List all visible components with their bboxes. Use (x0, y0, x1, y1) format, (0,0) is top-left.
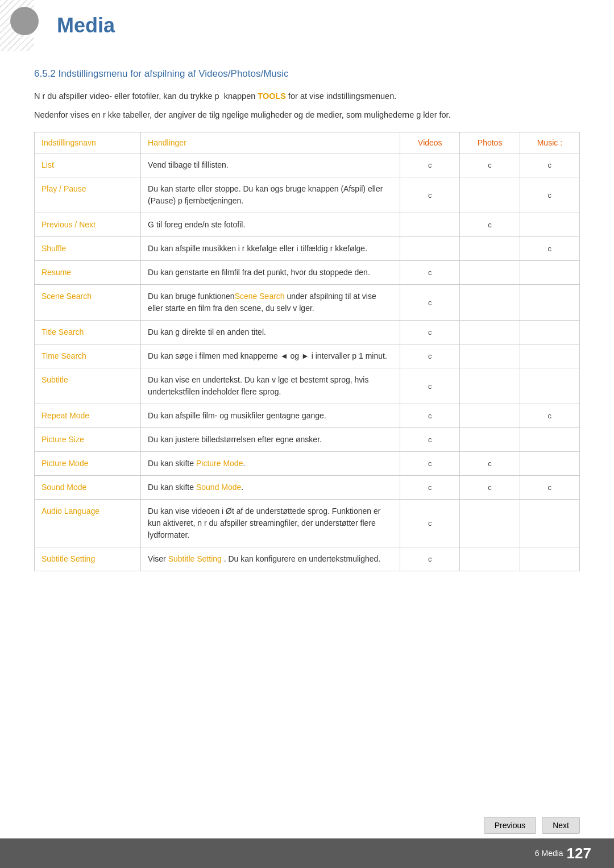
row-name: Subtitle (35, 368, 141, 404)
row-music: c (520, 237, 579, 261)
row-music (520, 261, 579, 285)
row-action: Du kan skifte Picture Mode. (141, 452, 400, 476)
table-row: Previous / NextG til foreg ende/n ste fo… (35, 213, 580, 237)
row-videos: c (400, 500, 460, 547)
row-music (520, 213, 579, 237)
table-row: Time SearchDu kan søge i filmen med knap… (35, 344, 580, 368)
header-action: Handlinger (141, 132, 400, 153)
header-music: Music : (520, 132, 579, 153)
row-videos: c (400, 404, 460, 428)
table-row: Audio LanguageDu kan vise videoen i Øt a… (35, 500, 580, 547)
table-row: ResumeDu kan genstarte en filmfil fra de… (35, 261, 580, 285)
footer-page-number: 127 (567, 845, 591, 862)
row-music: c (520, 177, 579, 213)
row-name: Time Search (35, 344, 141, 368)
row-photos: c (460, 153, 520, 177)
row-music: c (520, 476, 579, 500)
row-videos: c (400, 452, 460, 476)
row-action: Viser Subtitle Setting . Du kan konfigur… (141, 547, 400, 571)
row-music (520, 428, 579, 452)
table-row: ShuffleDu kan afspille musikken i r kkef… (35, 237, 580, 261)
row-name: List (35, 153, 141, 177)
row-name: Repeat Mode (35, 404, 141, 428)
table-row: Title SearchDu kan g direkte til en ande… (35, 321, 580, 344)
row-videos: c (400, 153, 460, 177)
row-name: Previous / Next (35, 213, 141, 237)
row-videos: c (400, 261, 460, 285)
table-row: Subtitle SettingViser Subtitle Setting .… (35, 547, 580, 571)
row-photos: c (460, 452, 520, 476)
row-action: Vend tilbage til fillisten. (141, 153, 400, 177)
table-row: Picture ModeDu kan skifte Picture Mode.c… (35, 452, 580, 476)
table-row: Picture SizeDu kan justere billedstørrel… (35, 428, 580, 452)
row-photos (460, 177, 520, 213)
row-action: Du kan søge i filmen med knapperne ◄ og … (141, 344, 400, 368)
row-action: G til foreg ende/n ste fotofil. (141, 213, 400, 237)
banner-circle (10, 7, 39, 35)
table-row: Scene SearchDu kan bruge funktionenScene… (35, 285, 580, 321)
row-photos (460, 285, 520, 321)
row-action: Du kan vise en undertekst. Du kan v lge … (141, 368, 400, 404)
row-music (520, 285, 579, 321)
row-photos: c (460, 476, 520, 500)
header-name: Indstillingsnavn (35, 132, 141, 153)
intro-paragraph-2: Nedenfor vises en r kke tabeller, der an… (34, 109, 580, 122)
header-photos: Photos (460, 132, 520, 153)
row-music: c (520, 404, 579, 428)
row-name: Sound Mode (35, 476, 141, 500)
row-photos (460, 547, 520, 571)
previous-button[interactable]: Previous (484, 817, 536, 834)
row-action: Du kan vise videoen i Øt af de understøt… (141, 500, 400, 547)
top-banner: Media (0, 0, 614, 51)
row-name: Subtitle Setting (35, 547, 141, 571)
row-videos: c (400, 285, 460, 321)
row-videos: c (400, 476, 460, 500)
row-photos (460, 344, 520, 368)
footer-section-label: 6 Media (535, 849, 563, 858)
table-row: SubtitleDu kan vise en undertekst. Du ka… (35, 368, 580, 404)
row-action: Du kan starte eller stoppe. Du kan ogs b… (141, 177, 400, 213)
row-action: Du kan skifte Sound Mode. (141, 476, 400, 500)
main-content: 6.5.2 Indstillingsmenu for afspilning af… (0, 51, 614, 617)
intro-paragraph-1: N r du afspiller video- eller fotofiler,… (34, 90, 580, 103)
row-name: Scene Search (35, 285, 141, 321)
row-action: Du kan afspille musikken i r kkefølge el… (141, 237, 400, 261)
row-action: Du kan afspille film- og musikfiler gent… (141, 404, 400, 428)
row-music (520, 500, 579, 547)
page-title: Media (57, 14, 115, 38)
row-videos: c (400, 177, 460, 213)
row-photos (460, 404, 520, 428)
row-name: Resume (35, 261, 141, 285)
row-music (520, 452, 579, 476)
row-action: Du kan bruge funktionenScene Search unde… (141, 285, 400, 321)
row-photos: c (460, 213, 520, 237)
row-photos (460, 321, 520, 344)
table-row: Play / PauseDu kan starte eller stoppe. … (35, 177, 580, 213)
row-videos (400, 213, 460, 237)
row-music (520, 368, 579, 404)
next-button[interactable]: Next (542, 817, 580, 834)
row-music: c (520, 153, 579, 177)
row-photos (460, 500, 520, 547)
row-photos (460, 368, 520, 404)
footer-bar: 6 Media 127 (0, 838, 614, 868)
table-row: ListVend tilbage til fillisten.ccc (35, 153, 580, 177)
row-photos (460, 237, 520, 261)
table-row: Sound ModeDu kan skifte Sound Mode.ccc (35, 476, 580, 500)
row-videos (400, 237, 460, 261)
row-name: Picture Mode (35, 452, 141, 476)
row-action: Du kan genstarte en filmfil fra det punk… (141, 261, 400, 285)
row-action: Du kan justere billedstørrelsen efter eg… (141, 428, 400, 452)
table-row: Repeat ModeDu kan afspille film- og musi… (35, 404, 580, 428)
row-action: Du kan g direkte til en anden titel. (141, 321, 400, 344)
row-videos: c (400, 547, 460, 571)
row-photos (460, 428, 520, 452)
row-videos: c (400, 321, 460, 344)
nav-buttons: Previous Next (484, 817, 580, 834)
row-music (520, 321, 579, 344)
table-header-row: Indstillingsnavn Handlinger Videos Photo… (35, 132, 580, 153)
header-videos: Videos (400, 132, 460, 153)
row-name: Audio Language (35, 500, 141, 547)
row-videos: c (400, 368, 460, 404)
row-name: Shuffle (35, 237, 141, 261)
